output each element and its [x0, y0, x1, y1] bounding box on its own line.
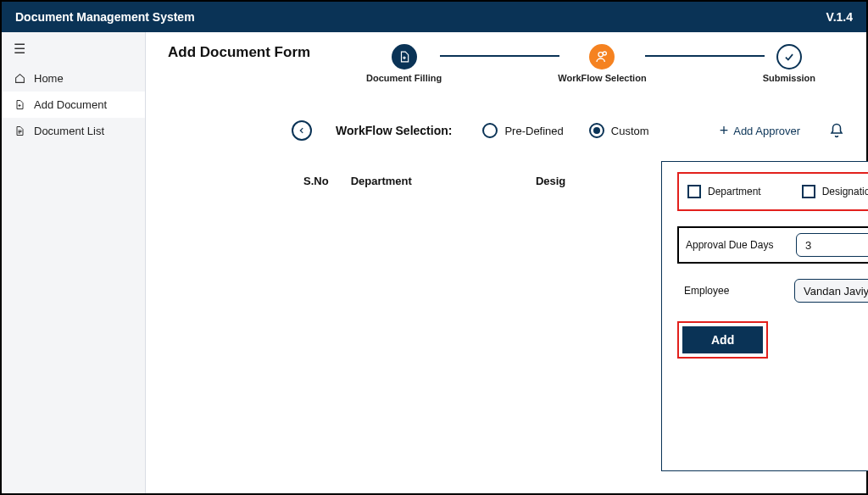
- employee-input[interactable]: [794, 279, 868, 303]
- step-label: Submission: [763, 73, 815, 83]
- app-title: Document Management System: [15, 10, 195, 24]
- document-list-icon: [14, 125, 25, 136]
- sidebar: ☰ Home Add Document Document List: [2, 32, 146, 493]
- bell-icon[interactable]: [829, 123, 844, 138]
- svg-point-1: [604, 52, 607, 55]
- main-content: Add Document Form Document Filling WorkF…: [146, 32, 866, 493]
- check-icon: [776, 44, 802, 70]
- checkbox-icon: [802, 185, 815, 198]
- col-designation: Desig: [536, 175, 565, 187]
- plus-icon: +: [720, 125, 729, 136]
- radio-icon: [589, 123, 604, 138]
- approval-due-days-input[interactable]: [796, 233, 868, 257]
- home-icon: [14, 73, 25, 84]
- checkbox-department[interactable]: Department: [687, 185, 761, 198]
- step-submission: Submission: [763, 44, 815, 83]
- checkbox-label: Department: [708, 186, 761, 197]
- radio-custom[interactable]: Custom: [589, 123, 649, 138]
- app-version: V.1.4: [826, 10, 853, 24]
- field-label: Employee: [684, 285, 786, 297]
- col-department: Department: [351, 175, 412, 187]
- stepper: Document Filling WorkFlow Selection Subm…: [366, 44, 815, 83]
- add-button[interactable]: Add: [682, 326, 763, 353]
- field-label: Approval Due Days: [686, 239, 787, 251]
- document-icon: [392, 44, 417, 70]
- hamburger-icon[interactable]: ☰: [2, 32, 145, 65]
- add-approver-button[interactable]: + Add Approver: [720, 125, 800, 137]
- checkbox-label: Designation: [822, 186, 868, 197]
- step-workflow-selection: WorkFlow Selection: [558, 44, 646, 83]
- add-document-icon: [14, 99, 25, 110]
- sidebar-item-label: Home: [34, 72, 64, 85]
- add-approver-popover: ✕ Department Designation ✓ Manager /Supe…: [661, 161, 868, 471]
- checkbox-icon: [687, 185, 701, 198]
- step-connector: [440, 55, 559, 57]
- user-icon: [589, 44, 615, 70]
- approver-type-group: Department Designation ✓ Manager /Superv…: [677, 172, 868, 211]
- radio-icon: [482, 123, 498, 138]
- col-sno: S.No: [303, 175, 329, 187]
- approval-due-days-row: Approval Due Days: [677, 226, 868, 264]
- sidebar-item-add-document[interactable]: Add Document: [2, 92, 145, 118]
- sidebar-item-label: Document List: [34, 125, 104, 137]
- add-button-highlight: Add: [677, 321, 768, 359]
- add-approver-label: Add Approver: [733, 125, 800, 137]
- back-button[interactable]: [292, 120, 312, 141]
- sidebar-item-label: Add Document: [34, 98, 107, 111]
- sidebar-item-document-list[interactable]: Document List: [2, 118, 145, 144]
- top-bar: Document Management System V.1.4: [2, 2, 866, 32]
- radio-predefined[interactable]: Pre-Defined: [482, 123, 563, 138]
- workflow-section-label: WorkFlow Selection:: [336, 124, 452, 137]
- step-label: Document Filling: [366, 73, 442, 83]
- step-document-filling: Document Filling: [366, 44, 442, 83]
- step-connector: [645, 55, 765, 57]
- step-label: WorkFlow Selection: [558, 73, 646, 83]
- checkbox-designation[interactable]: Designation: [802, 185, 868, 198]
- sidebar-item-home[interactable]: Home: [2, 65, 145, 92]
- radio-label: Custom: [611, 125, 649, 137]
- radio-label: Pre-Defined: [504, 125, 563, 137]
- svg-point-0: [598, 53, 603, 57]
